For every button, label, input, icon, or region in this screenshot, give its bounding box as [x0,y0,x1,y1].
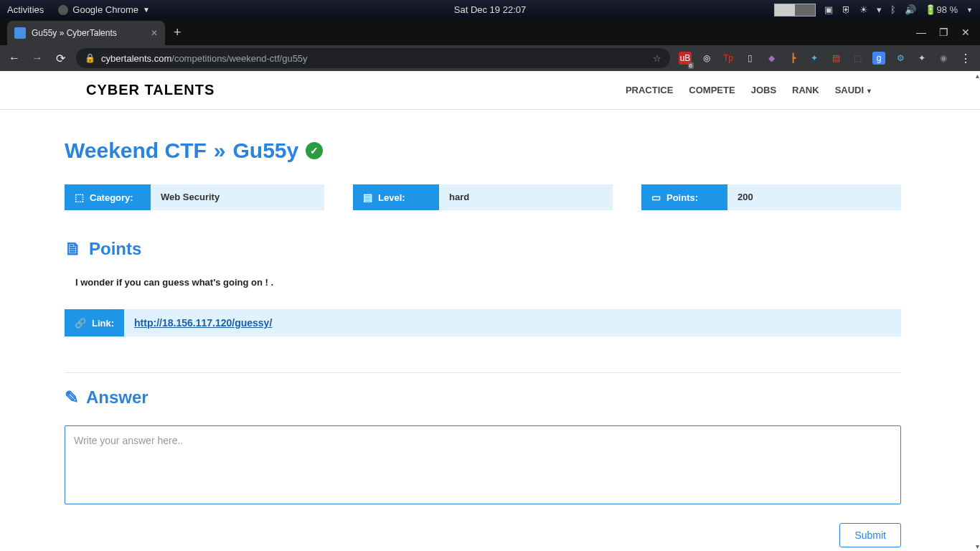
chevron-down-icon: ▼ [866,88,872,95]
points-icon: ▭ [651,192,661,203]
chevron-down-icon: ▼ [143,6,150,14]
label: Link: [92,318,114,329]
heading-text: Answer [86,387,149,408]
divider [65,372,901,373]
nav-practice[interactable]: PRACTICE [626,85,673,95]
site-logo[interactable]: CYBER TALENTS [86,82,215,98]
challenge-link-row: 🔗Link: http://18.156.117.120/guessy/ [65,309,901,336]
extension-icon[interactable]: ◎ [700,52,713,65]
workspace-switcher[interactable] [774,4,816,17]
url-domain: cybertalents.com [101,53,171,64]
challenge-meta: ⬚Category: Web Security ▤Level: hard ▭Po… [65,184,901,210]
tab-title: Gu55y » CyberTalents [32,28,117,38]
points-heading: 🗎 Points [65,239,901,259]
extension-icons: uB6 ◎ Tp ▯ ◆ ┣ ✦ ▤ ⬚ g ⚙ ✦ ◉ ⋮ [679,52,973,65]
new-tab-button[interactable]: + [165,25,190,40]
back-button[interactable]: ← [7,52,22,65]
answer-heading: ✎ Answer [65,387,901,408]
nav-user-dropdown[interactable]: SAUDI▼ [835,85,872,95]
ublock-icon[interactable]: uB6 [679,52,692,65]
brightness-icon[interactable]: ☀ [859,4,868,15]
extension-icon[interactable]: g [872,52,885,65]
chrome-tab-strip: Gu55y » CyberTalents ✕ + — ❐ ✕ [0,19,980,45]
extension-icon[interactable]: ▯ [743,52,756,65]
extensions-puzzle-icon[interactable]: ✦ [915,52,928,65]
extension-icon[interactable]: ⬚ [851,52,864,65]
wifi-icon[interactable]: ▾ [877,4,882,15]
shield-icon[interactable]: ⛨ [842,4,851,15]
breadcrumb-challenge: Gu55y [233,138,299,163]
label: Level: [378,192,405,203]
extension-icon[interactable]: ✦ [808,52,821,65]
tray-icon[interactable]: ▣ [824,4,833,15]
value: 200 [727,184,901,210]
answer-input[interactable] [65,425,901,504]
extension-icon[interactable]: ▤ [829,52,842,65]
extension-icon[interactable]: ◆ [765,52,778,65]
document-icon: 🗎 [65,239,82,259]
heading-text: Points [89,239,141,259]
address-bar[interactable]: 🔒 cybertalents.com/competitions/weekend-… [76,48,670,68]
minimize-button[interactable]: — [916,27,926,38]
scroll-up-icon[interactable]: ▴ [976,72,979,80]
extension-icon[interactable]: ┣ [786,52,799,65]
breadcrumb: Weekend CTF » Gu55y ✓ [65,138,901,163]
scroll-down-icon[interactable]: ▾ [976,542,979,550]
browser-tab[interactable]: Gu55y » CyberTalents ✕ [7,21,165,45]
solved-check-icon: ✓ [306,142,323,159]
app-name: Google Chrome [72,4,138,15]
nav-jobs[interactable]: JOBS [751,85,776,95]
lock-icon: 🔒 [85,53,95,63]
submit-button[interactable]: Submit [839,523,901,547]
extension-icon[interactable]: Tp [722,52,735,65]
scrollbar[interactable]: ▴ ▾ [971,71,980,551]
meta-points: ▭Points: 200 [641,184,901,210]
edit-icon: ✎ [65,387,79,408]
site-header: CYBER TALENTS PRACTICE COMPETE JOBS RANK… [0,71,980,110]
nav-rank[interactable]: RANK [792,85,819,95]
forward-button[interactable]: → [30,52,44,65]
volume-icon[interactable]: 🔊 [905,4,916,15]
app-indicator[interactable]: Google Chrome ▼ [58,4,150,15]
challenge-link[interactable]: http://18.156.117.120/guessy/ [134,317,272,329]
meta-level: ▤Level: hard [353,184,613,210]
favicon-icon [14,27,26,39]
chrome-toolbar: ← → ⟳ 🔒 cybertalents.com/competitions/we… [0,45,980,71]
meta-category: ⬚Category: Web Security [65,184,324,210]
value: Web Security [151,184,324,210]
label: Category: [90,192,133,203]
url-path: /competitions/weekend-ctf/gu55y [171,53,307,64]
battery-icon[interactable]: 🔋98 % [925,4,958,15]
activities-button[interactable]: Activities [7,4,44,15]
label: Points: [666,192,698,203]
profile-icon[interactable]: ◉ [937,52,950,65]
link-icon: 🔗 [75,318,86,329]
value: hard [439,184,613,210]
breadcrumb-competition[interactable]: Weekend CTF [65,138,207,163]
category-icon: ⬚ [75,192,84,203]
site-nav: PRACTICE COMPETE JOBS RANK SAUDI▼ [626,85,872,95]
maximize-button[interactable]: ❐ [939,27,948,38]
bluetooth-icon[interactable]: ᛒ [890,4,896,15]
nav-compete[interactable]: COMPETE [689,85,735,95]
chrome-icon [58,5,68,15]
close-tab-button[interactable]: ✕ [151,28,158,38]
gnome-top-bar: Activities Google Chrome ▼ Sat Dec 19 22… [0,0,980,19]
challenge-description: I wonder if you can guess what's going o… [75,277,901,288]
level-icon: ▤ [363,192,372,203]
extension-icon[interactable]: ⚙ [894,52,907,65]
close-window-button[interactable]: ✕ [961,27,970,38]
clock[interactable]: Sat Dec 19 22:07 [454,4,526,15]
chevron-down-icon[interactable]: ▼ [966,6,973,14]
chrome-menu-button[interactable]: ⋮ [958,52,973,65]
bookmark-star-icon[interactable]: ☆ [653,53,661,64]
reload-button[interactable]: ⟳ [53,52,67,65]
page-viewport: CYBER TALENTS PRACTICE COMPETE JOBS RANK… [0,71,980,551]
breadcrumb-separator: » [214,138,226,163]
